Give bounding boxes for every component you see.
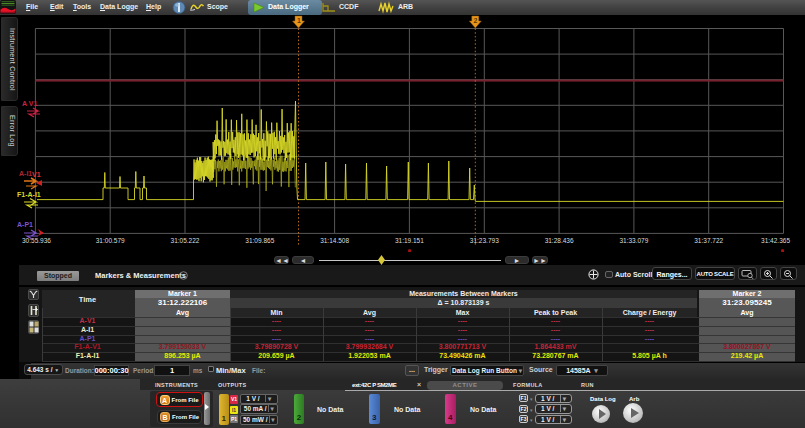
svg-text:F1-A-I1: F1-A-I1 [17,191,41,198]
svg-text:31:19.151: 31:19.151 [395,237,424,244]
svg-text:31:28.436: 31:28.436 [545,237,574,244]
svg-text:V1: V1 [32,171,41,178]
svg-text:31:23.793: 31:23.793 [470,237,499,244]
svg-text:A-P1: A-P1 [17,221,33,228]
svg-text:30:55.936: 30:55.936 [22,237,51,244]
svg-text:A-I1: A-I1 [19,170,32,177]
svg-text:2: 2 [474,17,478,24]
svg-text:1: 1 [297,17,301,24]
svg-text:31:14.508: 31:14.508 [320,237,349,244]
svg-text:A V1: A V1 [22,100,37,107]
svg-text:31:37.722: 31:37.722 [694,237,723,244]
svg-text:31:00.579: 31:00.579 [96,237,125,244]
svg-text:31:05.222: 31:05.222 [171,237,200,244]
svg-text:31:33.079: 31:33.079 [619,237,648,244]
svg-text:31:42.365: 31:42.365 [761,237,790,244]
svg-text:31:09.865: 31:09.865 [245,237,274,244]
